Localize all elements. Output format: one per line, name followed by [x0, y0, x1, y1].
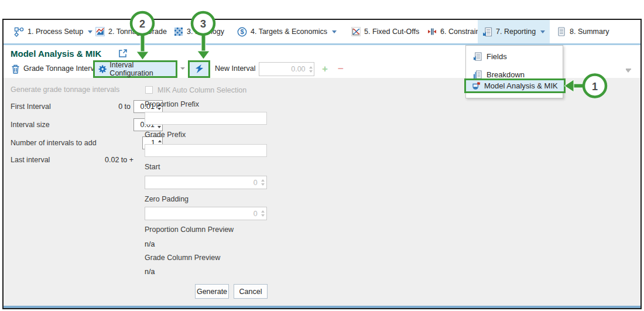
menu-item-label: Model Analysis & MIK: [484, 81, 558, 90]
quick-intervals-button[interactable]: [188, 60, 210, 78]
grade-column-preview-value: n/a: [145, 268, 155, 276]
report-icon: [482, 27, 492, 37]
tab-reporting[interactable]: 7. Reporting: [478, 20, 550, 43]
tab-tonnage-grade[interactable]: 2. Tonnage Grade: [91, 20, 172, 43]
add-interval-button[interactable]: +: [322, 63, 328, 75]
zero-padding-input[interactable]: [145, 207, 267, 220]
workflow-tab-bar: 1. Process Setup 2. Tonnage Grade: [4, 20, 640, 45]
menu-item-model-analysis-mik[interactable]: Model Analysis & MIK: [464, 78, 566, 93]
tab-targets-economics[interactable]: $ 4. Targets & Economics: [232, 20, 341, 43]
interval-config-dropdown-icon[interactable]: [180, 67, 185, 70]
last-interval-label: Last interval: [11, 156, 50, 164]
screenshot-stage: 1. Process Setup 2. Tonnage Grade: [0, 0, 644, 311]
block-model-icon: [174, 27, 183, 36]
grade-prefix-label: Grade Prefix: [145, 131, 186, 139]
chevron-down-icon: [332, 30, 337, 33]
grade-prefix-input[interactable]: [145, 144, 267, 157]
open-in-window-icon[interactable]: [118, 49, 128, 60]
grade-tonnage-intervals-label: Grade Tonnage Intervals: [23, 64, 104, 73]
new-interval-label: New Interval: [215, 64, 255, 73]
page-title: Model Analysis & MIK: [11, 49, 101, 59]
menu-item-label: Fields: [487, 52, 507, 61]
proportion-prefix-input[interactable]: [145, 112, 267, 125]
content-panel: Generate grade tonnage intervals First I…: [4, 78, 640, 306]
first-interval-label: First Interval: [11, 102, 51, 111]
grade-column-preview-label: Grade Column Preview: [145, 254, 220, 262]
lightning-bolt-icon: [194, 64, 204, 74]
spinner-arrows[interactable]: [259, 207, 266, 220]
tab-fixed-cut-offs[interactable]: 5. Fixed Cut-Offs: [347, 20, 424, 43]
mik-auto-column-checkbox[interactable]: [145, 86, 153, 94]
generate-intervals-header: Generate grade tonnage intervals: [11, 86, 119, 94]
constraints-icon: [427, 27, 437, 36]
interval-size-label: Interval size: [11, 121, 50, 129]
tab-label: 5. Fixed Cut-Offs: [364, 28, 419, 36]
new-interval-input[interactable]: [259, 62, 314, 76]
proportion-prefix-label: Proportion Prefix: [145, 100, 199, 108]
dollar-glyph: $: [240, 28, 244, 35]
cutoff-curves-icon: [351, 27, 361, 36]
zero-padding-label: Zero Padding: [145, 195, 189, 203]
gear-icon: [98, 64, 107, 74]
tab-lithology[interactable]: 3. Lithology: [169, 20, 229, 43]
menu-item-fields[interactable]: Fields: [466, 49, 563, 64]
chevron-down-icon: [540, 30, 545, 33]
spinner-arrows[interactable]: [259, 176, 266, 189]
number-of-intervals-label: Number of intervals to add: [11, 139, 97, 147]
remove-interval-button[interactable]: −: [338, 63, 344, 75]
interval-configuration-label: Interval Configuration: [109, 61, 172, 77]
start-label: Start: [145, 163, 160, 171]
window-bottom-strip: [4, 306, 640, 308]
filter-icon[interactable]: [626, 70, 631, 73]
area-chart-icon: [95, 27, 105, 36]
breakdown-icon: [473, 70, 482, 79]
tab-summary[interactable]: 8. Summary: [552, 20, 614, 43]
model-analysis-cup-icon: [471, 81, 481, 91]
summary-document-icon: [557, 27, 566, 36]
mik-auto-column-label: MIK Auto Column Selection: [157, 86, 246, 94]
tab-label: 8. Summary: [570, 28, 609, 36]
start-input[interactable]: [145, 176, 267, 189]
generate-button[interactable]: Generate: [195, 284, 229, 299]
flowchart-icon: [14, 27, 24, 37]
spinner-arrows[interactable]: [307, 63, 314, 76]
first-interval-prefix: 0 to: [103, 102, 131, 111]
interval-configuration-button[interactable]: Interval Configuration: [93, 60, 177, 78]
tab-label: 2. Tonnage Grade: [108, 28, 167, 36]
proportion-column-preview-value: n/a: [145, 240, 155, 248]
last-interval-value: 0.02 to +: [91, 156, 133, 164]
app-window: 1. Process Setup 2. Tonnage Grade: [2, 19, 642, 309]
proportion-column-preview-label: Proportion Column Preview: [145, 225, 234, 234]
menu-item-label: Breakdown: [487, 70, 525, 79]
tab-label: 7. Reporting: [496, 28, 536, 36]
reporting-dropdown-menu: Fields Breakdown Model Analysis & MIK: [465, 45, 563, 98]
tab-label: 4. Targets & Economics: [251, 28, 327, 36]
delete-intervals-icon[interactable]: [11, 64, 20, 77]
cancel-button[interactable]: Cancel: [234, 284, 268, 299]
dollar-icon: $: [237, 27, 247, 37]
tab-process-setup[interactable]: 1. Process Setup: [9, 20, 97, 43]
fields-icon: [473, 52, 482, 61]
tab-label: 1. Process Setup: [28, 28, 83, 36]
tab-label: 3. Lithology: [187, 28, 224, 36]
